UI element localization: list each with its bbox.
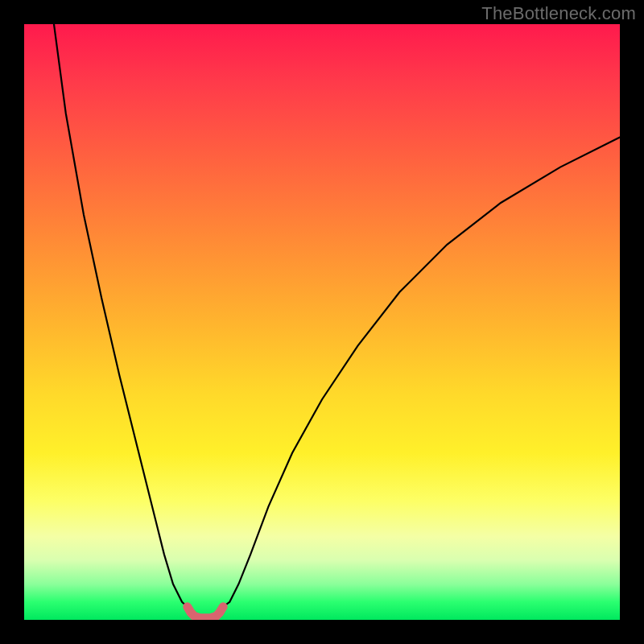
curve-left-arm (54, 24, 188, 607)
curve-trough (188, 607, 223, 618)
curve-svg (24, 24, 620, 620)
curve-right-arm (223, 138, 620, 607)
outer-frame: TheBottleneck.com (0, 0, 644, 644)
plot-area (24, 24, 620, 620)
watermark-text: TheBottleneck.com (481, 3, 636, 24)
